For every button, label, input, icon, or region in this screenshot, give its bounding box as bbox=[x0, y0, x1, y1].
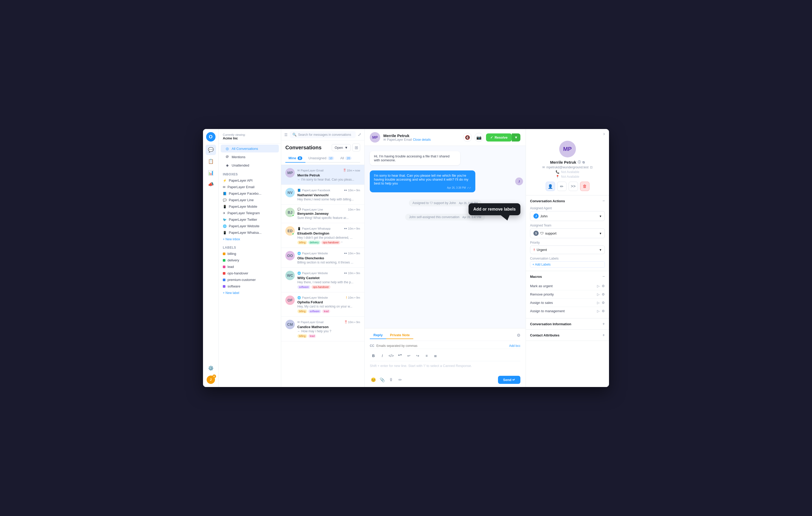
conv-item[interactable]: CM ✉ PaperLayer Email ‼ 10m • 9m Candice… bbox=[281, 317, 364, 341]
tab-reply[interactable]: Reply bbox=[370, 332, 386, 339]
mute-btn[interactable]: 🔇 bbox=[463, 133, 472, 142]
expand-icon[interactable]: + bbox=[603, 322, 605, 326]
sidebar-inbox-whatsapp[interactable]: 📱 PaperLayer Whatsa... bbox=[219, 229, 281, 236]
add-bcc-btn[interactable]: Add bcc bbox=[509, 344, 520, 348]
code-btn[interactable]: </> bbox=[387, 352, 395, 360]
label-delivery[interactable]: delivery bbox=[219, 257, 281, 263]
macro-run-icon[interactable]: ▷ bbox=[597, 284, 600, 288]
sidebar-inbox-email[interactable]: ✉ PaperLayer Email bbox=[219, 184, 281, 190]
chevron-down-icon: ▾ bbox=[600, 248, 602, 252]
bold-btn[interactable]: B bbox=[370, 352, 377, 360]
delete-contact-btn[interactable]: 🗑 bbox=[580, 182, 589, 191]
sidebar-inbox-api[interactable]: ⚡ PaperLayer API bbox=[219, 177, 281, 184]
new-label-btn[interactable]: + New label bbox=[219, 289, 281, 296]
quote-btn[interactable]: ❝❞ bbox=[396, 352, 404, 360]
sidebar-item-unattended[interactable]: ◈ Unattended bbox=[221, 161, 279, 169]
tab-mine[interactable]: Mine 8 bbox=[285, 154, 306, 163]
signature-btn[interactable]: ✏ bbox=[396, 376, 404, 383]
conv-item[interactable]: NV 📘 PaperLayer Facebook ▪▪ 10m • 9m Nat… bbox=[281, 185, 364, 205]
emoji-btn[interactable]: 😊 bbox=[370, 376, 377, 383]
resolve-dropdown-btn[interactable]: ▼ bbox=[512, 134, 520, 142]
redo-btn[interactable]: ↪ bbox=[414, 352, 422, 360]
label-software[interactable]: software bbox=[219, 283, 281, 289]
label-billing[interactable]: billing bbox=[219, 251, 281, 257]
conv-info-header[interactable]: Conversation Information + bbox=[526, 318, 609, 329]
macro-item-assign-management[interactable]: Assign to management ▷ ⚙ bbox=[530, 307, 605, 315]
audio-btn[interactable]: 🎙 bbox=[387, 376, 395, 383]
sidebar-inbox-facebook[interactable]: 📘 PaperLayer Facebo... bbox=[219, 190, 281, 197]
expand-icon[interactable]: ⤢ bbox=[358, 132, 361, 137]
sidebar-item-all-conversations[interactable]: ◎ All Conversations bbox=[221, 145, 279, 152]
macro-settings-icon[interactable]: ⚙ bbox=[602, 309, 605, 313]
input-settings-btn[interactable]: ⚙ bbox=[517, 333, 520, 338]
edit-contact-btn[interactable]: ✏ bbox=[557, 182, 567, 191]
conv-item[interactable]: MP ✉ PaperLayer Email ‼ 10m • now Merril… bbox=[281, 165, 364, 185]
macro-settings-icon[interactable]: ⚙ bbox=[602, 301, 605, 305]
contact-attr-header[interactable]: Contact Attributes + bbox=[526, 330, 609, 341]
status-filter-btn[interactable]: Open ▼ bbox=[332, 144, 351, 151]
chevron-right-icon[interactable]: › bbox=[603, 131, 605, 137]
send-btn[interactable]: Send ↵ bbox=[498, 376, 520, 384]
macro-settings-icon[interactable]: ⚙ bbox=[602, 284, 605, 288]
macro-run-icon[interactable]: ▷ bbox=[597, 309, 600, 313]
filter-btn[interactable]: ⊞ bbox=[352, 144, 360, 151]
add-labels-btn[interactable]: + Add Labels bbox=[530, 261, 605, 268]
macro-item-remove-priority[interactable]: Remove priority ▷ ⚙ bbox=[530, 290, 605, 299]
conv-item[interactable]: OO 🌐 PaperLayer Website ▪▪ 10m • 9m Olia… bbox=[281, 248, 364, 268]
macros-header[interactable]: Macros − bbox=[526, 271, 609, 282]
macro-run-icon[interactable]: ▷ bbox=[597, 301, 600, 305]
app-logo[interactable]: O bbox=[206, 132, 215, 142]
nav-icon-settings[interactable]: ⚙️ bbox=[206, 363, 216, 373]
priority-label: Priority bbox=[530, 241, 605, 245]
ordered-list-btn[interactable]: ≣ bbox=[432, 352, 439, 360]
conv-item[interactable]: WC 🌐 PaperLayer Website ▪▪ 10m • 9m Will… bbox=[281, 268, 364, 292]
nav-icon-reports[interactable]: 📋 bbox=[206, 156, 216, 167]
sidebar-inbox-telegram[interactable]: ✈ PaperLayer Telegram bbox=[219, 210, 281, 216]
attach-btn[interactable]: 📎 bbox=[379, 376, 386, 383]
sidebar-inbox-line[interactable]: 💬 PaperLayer Line bbox=[219, 197, 281, 203]
assigned-agent-select[interactable]: J John ▾ bbox=[530, 211, 605, 221]
macro-item-mark-urgent[interactable]: Mark as urgent ▷ ⚙ bbox=[530, 282, 605, 290]
conversation-actions-header[interactable]: Conversation Actions − bbox=[526, 196, 609, 206]
merge-contact-btn[interactable]: >> bbox=[569, 182, 578, 191]
macro-settings-icon[interactable]: ⚙ bbox=[602, 292, 605, 296]
sidebar-item-mentions[interactable]: ＠ Mentions bbox=[221, 153, 279, 161]
resolve-btn[interactable]: ✓ Resolve bbox=[486, 134, 512, 142]
conv-item[interactable]: ED 📱 PaperLayer Whatsapp ▪▪ 10m • 9m Eli… bbox=[281, 223, 364, 248]
sidebar-inbox-twitter[interactable]: 🐦 PaperLayer Twitter bbox=[219, 216, 281, 223]
sidebar-inbox-mobile[interactable]: 📱 PaperLayer Mobile bbox=[219, 203, 281, 210]
tab-private-note[interactable]: Private Note bbox=[386, 332, 413, 339]
copy-link-icon[interactable]: ⧉ bbox=[582, 161, 585, 164]
conv-item[interactable]: OF 🌐 PaperLayer Website ! 10m • 9m Ophel… bbox=[281, 292, 364, 317]
label-premium-customer[interactable]: premium-customer bbox=[219, 277, 281, 283]
video-btn[interactable]: 📷 bbox=[474, 133, 484, 142]
close-details-link[interactable]: Close details bbox=[413, 138, 431, 142]
conv-item[interactable]: BJ 💬 PaperLayer Line 10m • 9m Benyamin J… bbox=[281, 205, 364, 223]
tab-all[interactable]: All 20 bbox=[337, 154, 355, 163]
label-ops-handover[interactable]: ops-handover bbox=[219, 270, 281, 277]
user-avatar[interactable]: J 6 bbox=[207, 376, 215, 384]
tab-unassigned[interactable]: Unassigned 10 bbox=[306, 154, 337, 163]
new-inbox-btn[interactable]: + New inbox bbox=[219, 236, 281, 242]
agent-dot: J bbox=[533, 213, 539, 219]
bullet-list-btn[interactable]: ≡ bbox=[423, 352, 430, 360]
priority-select[interactable]: ‼ Urgent ▾ bbox=[530, 246, 605, 254]
copy-email-icon[interactable]: ⊡ bbox=[590, 166, 592, 169]
view-contact-btn[interactable]: 👤 bbox=[546, 182, 555, 191]
nav-icon-campaigns[interactable]: 📣 bbox=[206, 179, 216, 190]
menu-icon[interactable]: ☰ bbox=[284, 133, 288, 137]
search-bar[interactable]: 🔍 Search for messages in conversations bbox=[290, 131, 356, 138]
sidebar-inbox-website[interactable]: 🌐 PaperLayer Website bbox=[219, 223, 281, 229]
assigned-team-select[interactable]: S 🛡 support ▾ bbox=[530, 228, 605, 238]
message-input[interactable]: Shift + enter for new line. Start with '… bbox=[370, 363, 520, 376]
nav-icon-analytics[interactable]: 📊 bbox=[206, 168, 216, 178]
italic-btn[interactable]: I bbox=[379, 352, 386, 360]
cc-input[interactable] bbox=[376, 344, 507, 348]
macro-run-icon[interactable]: ▷ bbox=[597, 292, 600, 296]
undo-btn[interactable]: ↩ bbox=[405, 352, 412, 360]
conv-tags: software ops-handover bbox=[297, 285, 360, 289]
label-lead[interactable]: lead bbox=[219, 263, 281, 270]
expand-icon[interactable]: + bbox=[603, 333, 605, 338]
nav-icon-inbox[interactable]: 💬 bbox=[206, 145, 216, 155]
macro-item-assign-sales[interactable]: Assign to sales ▷ ⚙ bbox=[530, 299, 605, 307]
